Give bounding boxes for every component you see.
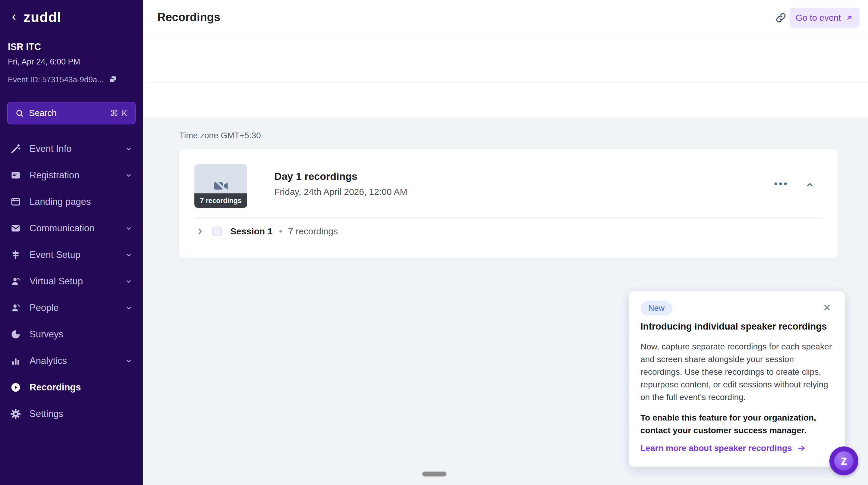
- search-shortcut: ⌘ K: [110, 108, 128, 118]
- more-options-icon[interactable]: •••: [774, 178, 788, 190]
- sidebar-item-event-setup[interactable]: Event Setup: [0, 241, 143, 268]
- new-badge: New: [641, 301, 673, 315]
- separator-dot: •: [279, 227, 282, 236]
- pie-chart-icon: [10, 329, 21, 340]
- close-icon[interactable]: [823, 303, 832, 312]
- sidebar-item-label: Analytics: [30, 355, 116, 366]
- chevron-down-icon: [125, 145, 133, 153]
- session-checkbox[interactable]: [212, 227, 222, 236]
- search-icon: [15, 109, 24, 118]
- sidebar-item-landing-pages[interactable]: Landing pages: [0, 189, 143, 215]
- copy-icon[interactable]: [108, 75, 118, 84]
- sidebar-nav: Event Info Registration Landing pages: [0, 135, 143, 427]
- sidebar-item-label: People: [30, 302, 116, 313]
- arrow-up-right-icon: [845, 13, 854, 22]
- popup-title: Introducing individual speaker recording…: [641, 321, 827, 332]
- learn-more-link[interactable]: Learn more about speaker recordings: [641, 444, 806, 453]
- wand-icon: [10, 143, 21, 154]
- arrow-right-icon: [797, 444, 806, 453]
- sidebar-item-label: Communication: [30, 223, 116, 234]
- event-name: ISR ITC: [8, 41, 41, 53]
- back-chevron-icon[interactable]: [10, 13, 18, 21]
- go-to-event-label: Go to event: [796, 13, 841, 23]
- sidebar-item-people[interactable]: People: [0, 295, 143, 321]
- bar-chart-icon: [10, 355, 21, 366]
- sidebar-item-label: Landing pages: [30, 196, 133, 207]
- event-id: Event ID: 5731543a-9d9a...: [8, 75, 104, 84]
- video-camera-off-icon: [211, 176, 230, 195]
- filter-toolbar: All stages All sessions All speakers All…: [143, 35, 868, 83]
- popup-note: To enable this feature for your organiza…: [641, 412, 827, 437]
- sidebar: zuddl ISR ITC Fri, Apr 24, 6:00 PM Event…: [0, 0, 143, 485]
- sidebar-item-event-info[interactable]: Event Info: [0, 135, 143, 162]
- sidebar-item-registration[interactable]: Registration: [0, 162, 143, 189]
- page-title: Recordings: [157, 11, 220, 24]
- browser-window-icon: [10, 196, 21, 207]
- chevron-down-icon: [125, 224, 133, 232]
- mail-icon: [10, 223, 21, 234]
- copy-link-icon[interactable]: [775, 12, 786, 24]
- divider: [194, 218, 823, 218]
- sidebar-item-virtual-setup[interactable]: Virtual Setup: [0, 268, 143, 295]
- page-header: Recordings Go to event: [143, 0, 868, 35]
- sidebar-item-label: Settings: [30, 409, 133, 419]
- chevron-up-icon[interactable]: [805, 180, 815, 190]
- sidebar-item-recordings[interactable]: Recordings: [0, 374, 143, 401]
- zuddl-widget-button[interactable]: z: [830, 447, 858, 475]
- thumbnail-badge: 7 recordings: [194, 193, 247, 208]
- chevron-down-icon: [125, 304, 133, 312]
- signpost-icon: [10, 250, 21, 260]
- sidebar-item-surveys[interactable]: Surveys: [0, 321, 143, 348]
- sidebar-item-communication[interactable]: Communication: [0, 215, 143, 241]
- success-banner: Individual speaker recordings enabled: S…: [143, 83, 868, 118]
- session-recordings-count: 7 recordings: [288, 226, 338, 236]
- session-row: Session 1 • 7 recordings: [179, 222, 838, 240]
- learn-more-label: Learn more about speaker recordings: [641, 444, 792, 453]
- recording-thumbnail[interactable]: 7 recordings: [194, 164, 247, 208]
- zuddl-logo: zuddl: [24, 9, 61, 25]
- zuddl-widget-logo: z: [834, 451, 854, 471]
- drag-handle[interactable]: [422, 472, 447, 477]
- sidebar-item-label: Virtual Setup: [30, 276, 116, 287]
- chevron-down-icon: [125, 357, 133, 365]
- sidebar-item-settings[interactable]: Settings: [0, 401, 143, 427]
- sidebar-item-label: Surveys: [30, 329, 133, 340]
- search-label: Search: [29, 108, 105, 118]
- person-icon: [10, 302, 21, 313]
- registration-card-icon: [10, 170, 21, 181]
- chevron-down-icon: [125, 278, 133, 285]
- chevron-down-icon: [125, 251, 133, 259]
- day-card-subtitle: Friday, 24th April 2026, 12:00 AM: [274, 187, 407, 197]
- sidebar-search[interactable]: Search ⌘ K: [7, 102, 135, 124]
- person-icon: [10, 276, 21, 287]
- main-area: Recordings Go to event All stages All se…: [143, 0, 868, 485]
- day-recordings-card: 7 recordings Day 1 recordings Friday, 24…: [179, 149, 838, 258]
- event-id-row: Event ID: 5731543a-9d9a...: [8, 75, 118, 84]
- day-card-title: Day 1 recordings: [274, 170, 358, 182]
- timezone-label: Time zone GMT+5:30: [179, 131, 261, 140]
- session-name: Session 1: [230, 226, 273, 236]
- sidebar-item-analytics[interactable]: Analytics: [0, 348, 143, 374]
- gear-icon: [10, 409, 21, 419]
- popup-body: Now, capture separate recordings for eac…: [641, 341, 835, 404]
- event-datetime: Fri, Apr 24, 6:00 PM: [8, 57, 80, 67]
- feature-popup: New Introducing individual speaker recor…: [629, 291, 845, 466]
- sidebar-item-label: Event Info: [30, 143, 116, 154]
- sidebar-item-label: Event Setup: [30, 250, 116, 260]
- sidebar-item-label: Recordings: [30, 382, 133, 393]
- chevron-down-icon: [125, 171, 133, 179]
- go-to-event-button[interactable]: Go to event: [789, 8, 860, 28]
- chevron-right-icon[interactable]: [196, 227, 204, 235]
- logo-row[interactable]: zuddl: [10, 9, 61, 25]
- sidebar-item-label: Registration: [30, 170, 116, 181]
- play-circle-icon: [10, 382, 21, 393]
